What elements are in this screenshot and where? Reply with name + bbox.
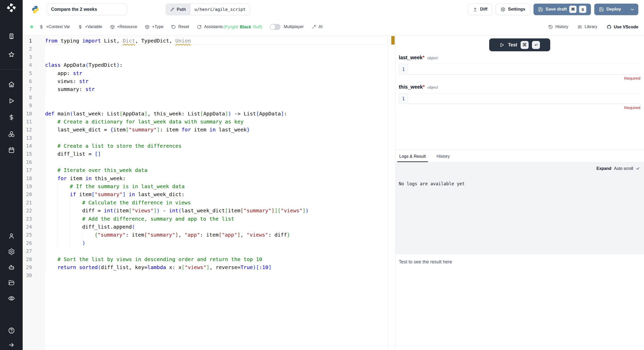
line-number: 7	[23, 85, 45, 93]
diff-button[interactable]: Diff	[468, 4, 492, 15]
folder-open-icon[interactable]	[8, 279, 15, 286]
play-icon[interactable]	[8, 97, 15, 104]
line-number: 6	[23, 77, 45, 85]
help-circle-icon[interactable]	[8, 327, 15, 334]
code-line-content: {"summary": item["summary"], "app": item…	[45, 231, 388, 239]
multiplayer-toggle[interactable]	[270, 24, 281, 30]
code-line: 30	[23, 271, 388, 279]
line-number: 10	[23, 110, 45, 118]
arrow-right-icon[interactable]	[8, 341, 15, 348]
tab-history[interactable]: History	[436, 150, 450, 162]
test-button[interactable]: Test ⌘	[489, 38, 550, 51]
history-button[interactable]: History	[548, 24, 568, 29]
code-line-content	[45, 247, 388, 255]
editor-overview-ruler[interactable]	[388, 35, 395, 350]
eye-icon[interactable]	[8, 295, 15, 302]
save-draft-button[interactable]: Save draft ⌘ S	[533, 4, 591, 15]
code-line-content: diff_list = []	[45, 150, 388, 158]
play-icon	[499, 42, 505, 48]
user-icon[interactable]	[8, 232, 15, 239]
indent-guide	[45, 174, 57, 182]
gear-icon[interactable]	[8, 248, 15, 255]
line-number: 16	[23, 158, 45, 166]
code-lines: 1from typing import List, Dict, TypedDic…	[23, 35, 388, 280]
arg-input-line[interactable]	[408, 64, 640, 74]
settings-button[interactable]: Settings	[496, 4, 530, 15]
deploy-button[interactable]: Deploy	[594, 4, 638, 15]
reset-button[interactable]: Reset	[171, 24, 189, 29]
arg-name: last_week	[399, 55, 422, 61]
windmill-logo-icon[interactable]	[6, 2, 17, 13]
code-line: 4class AppData(TypedDict):	[23, 61, 388, 69]
code-line: 29return sorted(diff_list, key=lambda x:…	[23, 263, 388, 271]
code-editor[interactable]: 1from typing import List, Dict, TypedDic…	[23, 35, 388, 350]
required-asterisk: *	[422, 55, 425, 61]
code-line: 16	[23, 158, 388, 166]
boxes-icon[interactable]	[8, 130, 15, 137]
robot-icon[interactable]	[8, 264, 15, 271]
code-line-content: app: str	[45, 69, 388, 77]
code-line-content: return sorted(diff_list, key=lambda x: x…	[45, 263, 388, 271]
line-number: 30	[23, 271, 45, 279]
indent-guide	[45, 77, 57, 85]
ai-button[interactable]: AI	[311, 24, 323, 29]
use-vscode-button[interactable]: Use VScode	[607, 24, 638, 29]
code-line-content	[45, 158, 388, 166]
required-asterisk: *	[423, 84, 425, 90]
path-edit-button[interactable]: Path	[166, 4, 190, 15]
schema-arg: this_week*object1Required	[399, 84, 640, 110]
autoscroll-toggle[interactable]: Auto scroll	[614, 166, 633, 171]
line-number: 5	[23, 69, 45, 77]
path-control[interactable]: Path u/henri/agile_script	[166, 4, 250, 15]
indent-guide	[45, 223, 57, 231]
assistants-button[interactable]: Assistants	[197, 24, 223, 29]
indent-guide	[82, 231, 95, 239]
script-title-input[interactable]: Compare the 2 weeks	[47, 4, 127, 15]
black-status: Black	[240, 24, 251, 29]
home-icon[interactable]	[8, 81, 15, 88]
s-key-badge: S	[579, 6, 586, 13]
add-variable-button[interactable]: +Variable	[78, 24, 102, 29]
indent-guide	[57, 223, 70, 231]
enter-key-badge	[532, 41, 540, 49]
code-line-content	[45, 45, 388, 53]
add-resource-button[interactable]: +Resource	[110, 24, 137, 29]
code-line-content: # Add the difference, summary and app to…	[45, 215, 388, 223]
code-line: 28# Sort the list by views in descending…	[23, 255, 388, 263]
tab-logs-result[interactable]: Logs & Result	[399, 150, 426, 162]
code-line: 19# If the summary is in last_week data	[23, 182, 388, 190]
preview-panel: Test ⌘ last_week*object1Requiredthis_wee…	[395, 35, 644, 350]
line-number: 25	[23, 231, 45, 239]
indent-guide	[45, 207, 57, 215]
library-button[interactable]: Library	[578, 24, 597, 29]
indent-guide	[45, 126, 57, 134]
line-number: 9	[23, 102, 45, 110]
indent-guide	[70, 215, 82, 223]
arg-json-input[interactable]: 1	[399, 64, 640, 74]
required-message: Required	[399, 76, 640, 81]
add-type-button[interactable]: +Type	[145, 24, 163, 29]
pencil-icon	[170, 7, 174, 12]
github-icon	[607, 24, 612, 29]
line-number: 15	[23, 150, 45, 158]
building-icon[interactable]	[8, 33, 15, 40]
gear-icon	[501, 7, 505, 12]
indent-guide	[57, 190, 70, 198]
code-line-content	[45, 134, 388, 142]
dollar-icon[interactable]	[8, 114, 15, 121]
arg-json-input[interactable]: 1	[399, 93, 640, 104]
sidebar-divider	[0, 69, 23, 70]
code-line: 15diff_list = []	[23, 150, 388, 158]
arg-input-line[interactable]	[408, 93, 640, 104]
code-line-content: from typing import List, Dict, TypedDict…	[45, 37, 388, 45]
add-context-var-button[interactable]: +Context Var	[39, 24, 70, 29]
code-line-content: def main(last_week: List[AppData], this_…	[45, 110, 388, 118]
args-area: Test ⌘ last_week*object1Requiredthis_wee…	[396, 35, 644, 150]
deploy-dropdown-button[interactable]	[626, 4, 638, 15]
calendar-icon[interactable]	[8, 147, 15, 154]
expand-button[interactable]: Expand	[597, 166, 612, 171]
indent-guide	[45, 158, 57, 166]
multiplayer-label[interactable]: Multiplayer	[284, 24, 303, 29]
star-icon[interactable]	[8, 51, 15, 58]
indent-guide	[45, 69, 57, 77]
